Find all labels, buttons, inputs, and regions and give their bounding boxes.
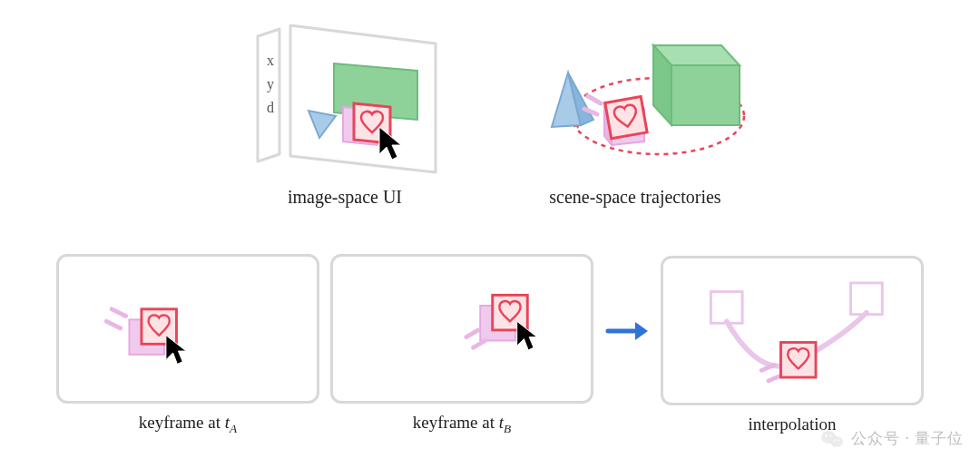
keyframe-b-label: keyframe at tB [413,413,511,436]
image-space-ui-label: image-space UI [288,187,402,208]
svg-line-10 [106,321,120,328]
keyframe-a-label: keyframe at tA [139,413,237,436]
svg-point-22 [830,436,843,447]
svg-text:d: d [267,100,274,115]
watermark: 公众号 · 量子位 [820,428,964,449]
interpolation-group: interpolation [661,256,924,434]
svg-line-14 [474,340,485,347]
keyframe-row: keyframe at tA [0,240,980,449]
watermark-text: 公众号 · 量子位 [851,428,964,449]
scene-space-illustration [517,18,753,181]
svg-text:y: y [267,76,274,93]
svg-rect-12 [493,295,528,330]
top-concept-row: x y d image-space UI [0,18,980,218]
svg-text:x: x [267,53,274,68]
svg-line-13 [466,330,478,337]
svg-line-18 [761,365,773,370]
svg-point-25 [834,439,836,441]
svg-point-23 [826,434,828,436]
keyframe-a-panel [56,254,319,404]
svg-rect-17 [851,282,883,314]
svg-rect-16 [710,291,742,323]
keyframe-b-group: keyframe at tB [330,254,593,436]
svg-rect-4 [605,96,647,138]
svg-rect-8 [142,308,177,344]
svg-line-9 [112,308,125,316]
scene-space-trajectories-group: scene-space trajectories [517,18,753,218]
svg-point-26 [838,439,839,441]
keyframe-b-panel [330,254,593,404]
keyframe-a-group: keyframe at tA [56,254,319,436]
svg-line-19 [769,375,780,381]
image-space-ui-group: x y d image-space UI [227,18,463,218]
scene-space-label: scene-space trajectories [549,187,720,208]
image-space-ui-illustration: x y d [227,18,463,181]
svg-point-24 [830,434,832,436]
wechat-icon [820,429,844,449]
svg-line-5 [588,96,601,103]
interpolation-panel [661,256,924,405]
arrow-icon [604,257,650,406]
svg-rect-20 [780,342,816,377]
